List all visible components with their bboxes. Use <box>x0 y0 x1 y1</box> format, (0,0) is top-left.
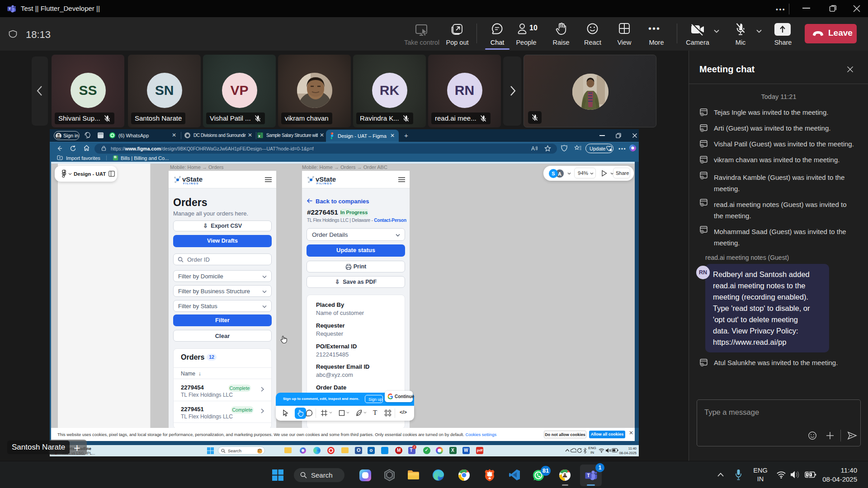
svg-text:vState: vState <box>182 175 203 183</box>
svg-text:vState: vState <box>316 175 336 183</box>
svg-text:FILINGS: FILINGS <box>183 182 199 185</box>
svg-text:T: T <box>9 7 11 11</box>
svg-text:T: T <box>587 473 590 478</box>
svg-text:A: A <box>531 145 535 152</box>
svg-text:FILINGS: FILINGS <box>316 182 332 185</box>
